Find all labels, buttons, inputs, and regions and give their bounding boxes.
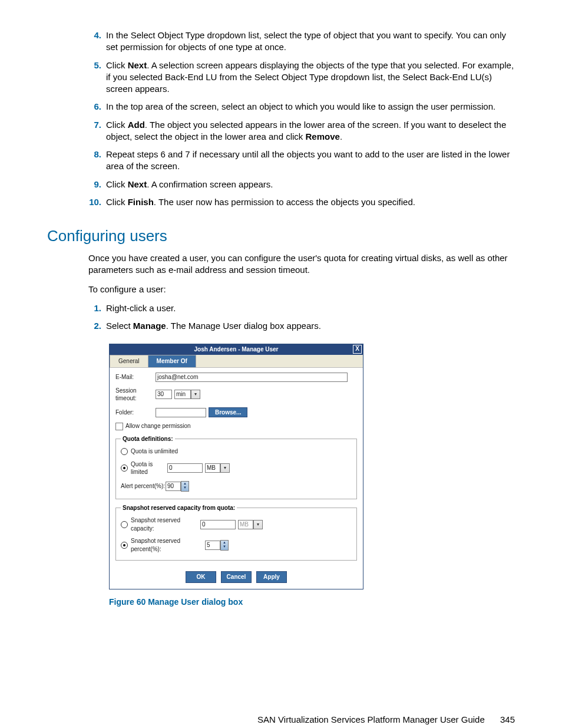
list-item: 5.Click Next. A selection screen appears… — [88, 60, 515, 95]
list-item: 8.Repeat steps 6 and 7 if necessary unti… — [88, 149, 515, 173]
quota-unit: MB — [205, 463, 220, 473]
section-heading: Configuring users — [47, 226, 515, 246]
list-item: 7.Click Add. The object you selected app… — [88, 119, 515, 143]
snapshot-capacity-unit: MB — [238, 520, 253, 529]
chevron-down-icon[interactable]: ▾ — [191, 390, 200, 399]
alert-percent-label: Alert percent(%): — [121, 482, 166, 490]
list-item: 6.In the top area of the screen, select … — [88, 101, 515, 113]
alert-percent-stepper[interactable]: 90 ▲▼ — [166, 481, 189, 492]
quota-limited-label: Quota is limited — [131, 460, 167, 476]
steps-list-configure: 1.Right-click a user. 2.Select Manage. T… — [47, 302, 515, 332]
spinner-icon[interactable]: ▲▼ — [181, 481, 189, 492]
cancel-button[interactable]: Cancel — [221, 571, 252, 583]
ok-button[interactable]: OK — [186, 571, 216, 583]
quota-unlimited-label: Quota is unlimited — [131, 447, 178, 456]
snapshot-percent-label: Snapshot reserved percent(%): — [131, 537, 205, 553]
folder-field[interactable] — [156, 408, 206, 417]
allow-change-label: Allow change permission — [125, 422, 191, 430]
snapshot-percent-stepper[interactable]: 5 ▲▼ — [205, 540, 229, 551]
list-item: 4.In the Select Object Type dropdown lis… — [88, 29, 515, 54]
email-label: E-Mail: — [115, 373, 156, 381]
session-timeout-field[interactable]: 30 — [156, 390, 172, 399]
quota-limited-radio[interactable] — [121, 465, 128, 472]
snapshot-capacity-radio[interactable] — [121, 521, 128, 528]
list-item: 2.Select Manage. The Manage User dialog … — [88, 320, 515, 332]
figure-caption: Figure 60 Manage User dialog box — [109, 597, 515, 608]
footer-title: SAN Virtualization Services Platform Man… — [257, 714, 485, 724]
steps-list-continued: 4.In the Select Object Type dropdown lis… — [47, 29, 515, 208]
folder-label: Folder: — [115, 409, 156, 417]
chevron-down-icon[interactable]: ▾ — [253, 520, 263, 529]
email-field[interactable]: josha@net.com — [156, 373, 348, 382]
page-footer: SAN Virtualization Services Platform Man… — [47, 714, 515, 726]
close-icon[interactable]: X — [353, 345, 362, 354]
chevron-down-icon[interactable]: ▾ — [220, 463, 230, 473]
quota-unlimited-radio[interactable] — [121, 448, 128, 455]
snapshot-capacity-field[interactable]: 0 — [200, 520, 236, 529]
tab-general[interactable]: General — [110, 355, 148, 367]
quota-definitions-group: Quota definitions: Quota is unlimited Qu… — [115, 435, 357, 499]
allow-change-checkbox[interactable] — [115, 423, 123, 430]
intro-text: Once you have created a user, you can co… — [47, 252, 515, 276]
tab-member-of[interactable]: Member Of — [148, 355, 196, 367]
list-item: 10.Click Finish. The user now has permis… — [88, 196, 515, 208]
list-item: 9.Click Next. A confirmation screen appe… — [88, 179, 515, 190]
spinner-icon[interactable]: ▲▼ — [220, 540, 229, 551]
dialog-tabs: General Member Of — [110, 355, 363, 368]
session-timeout-label: Session timeout: — [115, 387, 156, 403]
browse-button[interactable]: Browse... — [209, 407, 247, 418]
snapshot-reserved-group: Snapshot reserved capacity from quota: S… — [115, 504, 357, 561]
page-number: 345 — [500, 714, 515, 724]
apply-button[interactable]: Apply — [256, 571, 287, 583]
quota-value-field[interactable]: 0 — [167, 463, 203, 473]
list-item: 1.Right-click a user. — [88, 302, 515, 314]
session-timeout-unit: min — [174, 390, 191, 399]
snapshot-percent-radio[interactable] — [121, 542, 128, 549]
dialog-titlebar: Josh Andersen - Manage User X — [110, 344, 363, 355]
procedure-lead: To configure a user: — [47, 284, 515, 295]
dialog-title-text: Josh Andersen - Manage User — [194, 346, 278, 353]
manage-user-dialog: Josh Andersen - Manage User X General Me… — [109, 344, 363, 589]
snapshot-capacity-label: Snapshot reserved capacity: — [131, 516, 200, 532]
